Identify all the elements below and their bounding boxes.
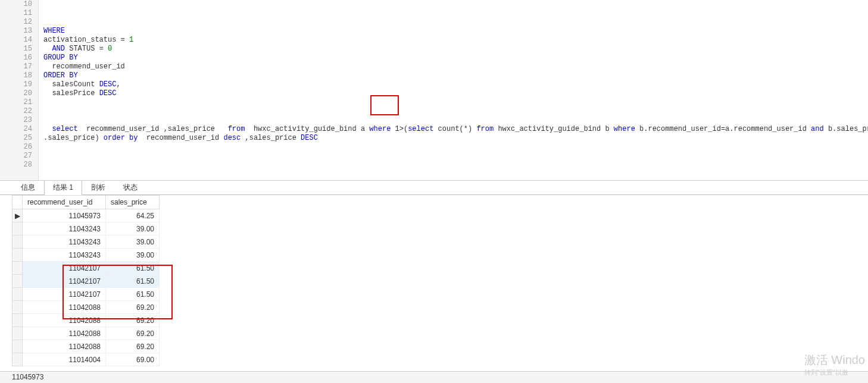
status-value: 11045973: [12, 373, 43, 381]
cell-recommend-user-id[interactable]: 11014004: [23, 353, 106, 366]
row-pointer: [13, 288, 23, 301]
line-gutter: 10111213141516171819202122232425262728: [0, 0, 39, 180]
results-panel: recommend_user_id sales_price ▶110459736…: [0, 195, 868, 368]
results-tabs: 信息 结果 1 剖析 状态: [0, 181, 868, 195]
row-pointer: [13, 327, 23, 340]
code-line[interactable]: [43, 107, 868, 116]
table-row[interactable]: 1104210761.50: [13, 262, 160, 275]
code-area[interactable]: WHEREactivation_status = 1 AND STATUS = …: [39, 0, 868, 180]
cell-sales-price[interactable]: 61.50: [106, 288, 160, 301]
table-row[interactable]: 1104324339.00: [13, 249, 160, 262]
cell-recommend-user-id[interactable]: 11042107: [23, 288, 106, 301]
row-pointer: [13, 314, 23, 327]
tab-result1[interactable]: 结果 1: [44, 180, 82, 195]
table-row[interactable]: 1104210761.50: [13, 288, 160, 301]
code-line[interactable]: .sales_price) order by recommend_user_id…: [43, 134, 868, 143]
table-row[interactable]: ▶1104597364.25: [13, 209, 160, 222]
cell-sales-price[interactable]: 39.00: [106, 222, 160, 236]
cell-sales-price[interactable]: 39.00: [106, 249, 160, 262]
result-table[interactable]: recommend_user_id sales_price ▶110459736…: [12, 195, 160, 366]
row-pointer: [13, 275, 23, 288]
code-line[interactable]: [43, 116, 868, 125]
table-row[interactable]: 1104210761.50: [13, 275, 160, 288]
code-line[interactable]: AND STATUS = 0: [43, 45, 868, 54]
code-line[interactable]: WHERE: [43, 27, 868, 36]
row-pointer: [13, 353, 23, 366]
cell-recommend-user-id[interactable]: 11045973: [23, 209, 106, 222]
cell-sales-price[interactable]: 69.20: [106, 301, 160, 314]
cell-recommend-user-id[interactable]: 11043243: [23, 236, 106, 249]
table-row[interactable]: 1104208869.20: [13, 327, 160, 340]
code-line[interactable]: [43, 161, 868, 169]
code-line[interactable]: [43, 152, 868, 161]
status-bar: 11045973: [0, 371, 868, 383]
table-row[interactable]: 1104208869.20: [13, 340, 160, 353]
code-line[interactable]: activation_status = 1: [43, 36, 868, 45]
cell-sales-price[interactable]: 69.20: [106, 327, 160, 340]
cell-sales-price[interactable]: 61.50: [106, 262, 160, 275]
cell-recommend-user-id[interactable]: 11042088: [23, 301, 106, 314]
table-row[interactable]: 1104208869.20: [13, 301, 160, 314]
cell-sales-price[interactable]: 69.20: [106, 340, 160, 353]
cell-recommend-user-id[interactable]: 11042107: [23, 262, 106, 275]
table-row[interactable]: 1104324339.00: [13, 236, 160, 249]
row-pointer: [13, 262, 23, 275]
cell-sales-price[interactable]: 64.25: [106, 209, 160, 222]
code-line[interactable]: GROUP BY: [43, 54, 868, 62]
code-line[interactable]: ORDER BY: [43, 71, 868, 80]
code-line[interactable]: recommend_user_id: [43, 62, 868, 71]
code-line[interactable]: [43, 143, 868, 152]
sql-editor[interactable]: 10111213141516171819202122232425262728 W…: [0, 0, 868, 181]
code-line[interactable]: [43, 178, 868, 180]
table-row[interactable]: 1101400469.00: [13, 353, 160, 366]
code-line[interactable]: [43, 98, 868, 107]
cell-recommend-user-id[interactable]: 11043243: [23, 249, 106, 262]
cell-recommend-user-id[interactable]: 11043243: [23, 222, 106, 236]
tab-info[interactable]: 信息: [12, 180, 44, 194]
row-pointer: [13, 301, 23, 314]
row-pointer: [13, 249, 23, 262]
code-line[interactable]: [43, 169, 868, 178]
row-pointer: [13, 222, 23, 236]
col-recommend-user-id[interactable]: recommend_user_id: [23, 196, 106, 209]
cell-sales-price[interactable]: 39.00: [106, 236, 160, 249]
cell-recommend-user-id[interactable]: 11042088: [23, 340, 106, 353]
cell-sales-price[interactable]: 69.00: [106, 353, 160, 366]
code-line[interactable]: salesCount DESC,: [43, 80, 868, 89]
cell-recommend-user-id[interactable]: 11042107: [23, 275, 106, 288]
cell-sales-price[interactable]: 69.20: [106, 314, 160, 327]
table-row[interactable]: 1104324339.00: [13, 222, 160, 236]
row-pointer: ▶: [13, 209, 23, 222]
code-line[interactable]: select recommend_user_id ,sales_price fr…: [43, 125, 868, 134]
row-pointer-header: [13, 196, 23, 209]
cell-recommend-user-id[interactable]: 11042088: [23, 314, 106, 327]
code-line[interactable]: salesPrice DESC: [43, 89, 868, 98]
tab-profile[interactable]: 剖析: [82, 180, 114, 194]
col-sales-price[interactable]: sales_price: [106, 196, 160, 209]
row-pointer: [13, 236, 23, 249]
cell-recommend-user-id[interactable]: 11042088: [23, 327, 106, 340]
tab-status[interactable]: 状态: [114, 180, 146, 194]
table-row[interactable]: 1104208869.20: [13, 314, 160, 327]
row-pointer: [13, 340, 23, 353]
cell-sales-price[interactable]: 61.50: [106, 275, 160, 288]
